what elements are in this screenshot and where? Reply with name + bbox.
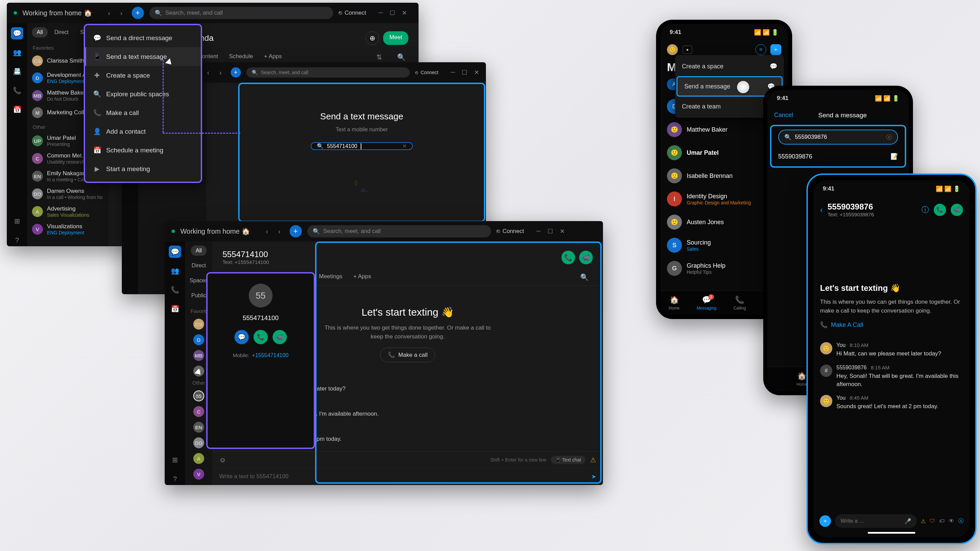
filter-direct[interactable]: Direct (50, 27, 73, 37)
rail-contacts-icon[interactable]: 📇 (11, 65, 23, 78)
composer-input[interactable]: Write a text to 5554714100 ➤ (212, 468, 603, 485)
contact-avatar[interactable]: C (193, 406, 204, 417)
video-call-button[interactable]: 📹 (951, 204, 963, 216)
rail-calling-icon[interactable]: 📞 (169, 284, 181, 296)
plus-button[interactable]: + (770, 44, 781, 55)
menu-make-call[interactable]: 📞Make a call (85, 103, 201, 122)
menu-start-meeting[interactable]: ▶Start a meeting (85, 159, 201, 178)
back-icon[interactable]: ‹ (820, 205, 823, 214)
info-icon[interactable]: ⓘ (921, 205, 929, 215)
tab-meetings[interactable]: Meetings (318, 269, 343, 285)
maximize-icon[interactable]: ☐ (390, 9, 395, 17)
close-icon[interactable]: ✕ (402, 9, 407, 17)
video-call-button[interactable]: 📹 (579, 251, 593, 264)
make-call-button[interactable]: 📞 Make a call (380, 348, 436, 362)
nav-home[interactable]: 🏠Home (669, 295, 679, 311)
contact-item[interactable]: AAdvertisingSales Visualizations (27, 203, 109, 221)
nav-messaging[interactable]: 💬2Messaging (697, 295, 716, 311)
close-icon[interactable]: ⓧ (958, 518, 964, 525)
audio-call-button[interactable]: 📞 (934, 204, 946, 216)
audio-call-button[interactable]: 📞 (562, 251, 575, 264)
phone-chat-body[interactable]: Let's start texting 👋 This is where you … (813, 222, 970, 510)
mic-icon[interactable]: 🎤 (904, 518, 911, 524)
rail-apps-icon[interactable]: ⊞ (169, 454, 181, 466)
forward-icon[interactable]: › (275, 227, 284, 236)
home-indicator[interactable] (868, 532, 915, 534)
meet-button[interactable]: Meet (383, 31, 408, 45)
chat-action[interactable]: 💬 (234, 330, 249, 344)
rail-help-icon[interactable]: ? (11, 234, 23, 246)
record-icon[interactable]: ● (682, 46, 692, 54)
forward-icon[interactable]: › (117, 8, 126, 18)
plus-button[interactable]: + (231, 67, 241, 78)
back-icon[interactable]: ‹ (262, 227, 272, 236)
audio-call-action[interactable]: 📞 (253, 330, 268, 344)
rail-calling-icon[interactable]: 📞 (11, 84, 23, 97)
contact-avatar[interactable]: D (193, 334, 204, 345)
filter-all[interactable]: All (191, 246, 207, 256)
phone-number-input[interactable]: 🔍 5554714100 ✕ (311, 142, 413, 150)
search-icon[interactable]: 🔍 (576, 269, 593, 285)
compose-icon[interactable]: 📝 (891, 153, 898, 160)
make-call-link[interactable]: 📞 Make A Call (820, 321, 963, 329)
menu-explore-spaces[interactable]: 🔍Explore public spaces (85, 85, 201, 103)
contact-avatar[interactable]: V (193, 469, 204, 480)
back-icon[interactable]: ‹ (105, 8, 114, 18)
plus-icon[interactable]: + (819, 515, 831, 527)
search-bar[interactable]: 🔍Search, meet, and call (247, 67, 410, 78)
filter-all[interactable]: All (32, 27, 48, 37)
menu-create-space[interactable]: ✚Create a space (85, 66, 201, 85)
nav-home[interactable]: 🏠Home (797, 372, 808, 387)
text-chat-chip[interactable]: 📱 Text chat (551, 456, 585, 464)
plus-button[interactable]: + (132, 7, 144, 19)
rail-meetings-icon[interactable]: 📅 (169, 303, 181, 315)
eye-icon[interactable]: 👁 (949, 518, 954, 524)
clear-icon[interactable]: ⓧ (886, 133, 892, 141)
nav-calling[interactable]: 📞Calling (733, 295, 746, 311)
search-result[interactable]: 5559039876 📝 (772, 148, 905, 165)
back-icon[interactable]: ‹ (204, 68, 213, 77)
rail-meetings-icon[interactable]: 📅 (11, 103, 23, 116)
menu-send-text-message[interactable]: 📱Send a text message (85, 47, 201, 66)
contact-avatar-active[interactable]: 55 (193, 391, 204, 401)
connect-button[interactable]: ⎋ Connect (339, 10, 366, 16)
rail-teams-icon[interactable]: 👥 (11, 46, 23, 59)
attachment-icon[interactable]: ⚠ (590, 456, 596, 464)
mobile-link[interactable]: +15554714100 (252, 353, 288, 358)
minimize-icon[interactable]: ─ (379, 9, 383, 17)
video-call-action[interactable]: 📹 (272, 330, 287, 344)
contact-item[interactable]: VVisualizationsENG Deployment (27, 221, 109, 238)
contact-avatar[interactable]: EN (193, 422, 204, 433)
menu-add-contact[interactable]: 👤Add a contact (85, 122, 201, 141)
phone-search-input[interactable]: 🔍 5559039876 ⓧ (778, 130, 898, 144)
emoji-icon[interactable]: ☺ (219, 456, 226, 464)
menu-schedule-meeting[interactable]: 📅Schedule a meeting (85, 141, 201, 159)
filter-icon[interactable]: ≡ (756, 44, 766, 55)
shield-icon[interactable]: 🛡 (930, 518, 935, 524)
rail-messaging-icon[interactable]: 💬 (169, 246, 181, 258)
clear-icon[interactable]: ✕ (402, 143, 407, 149)
menu-send-direct-message[interactable]: 💬Send a direct message (85, 29, 201, 47)
tab-apps[interactable]: + Apps (353, 269, 372, 285)
search-bar[interactable]: 🔍 Search, meet, and call (150, 7, 333, 19)
plus-button[interactable]: + (290, 225, 302, 237)
forward-icon[interactable]: › (216, 68, 225, 77)
connect-button[interactable]: ⎋ Connect (496, 228, 524, 235)
tag-icon[interactable]: 🏷 (939, 518, 945, 524)
rail-messaging-icon[interactable]: 💬 (11, 27, 23, 40)
warn-icon[interactable]: ⚠ (921, 518, 926, 524)
rail-apps-icon[interactable]: ⊞ (11, 215, 23, 227)
contact-avatar[interactable]: CS (193, 319, 204, 330)
filter-direct[interactable]: Direct (187, 260, 211, 271)
rail-teams-icon[interactable]: 👥 (169, 265, 181, 277)
rail-help-icon[interactable]: ? (169, 473, 181, 485)
fly-create-space[interactable]: Create a space💬 (675, 57, 784, 76)
send-icon[interactable]: ➤ (592, 473, 596, 480)
contact-avatar[interactable]: DO (193, 437, 204, 448)
compose-input[interactable]: Write a … 🎤 (835, 514, 917, 528)
contact-avatar[interactable]: MB (193, 350, 204, 361)
user-avatar[interactable]: 🙂 (667, 44, 678, 55)
contact-avatar[interactable]: A (193, 453, 204, 464)
status-text[interactable]: Working from home 🏠 (180, 227, 250, 235)
options-icon[interactable]: ⊕ (366, 31, 379, 45)
